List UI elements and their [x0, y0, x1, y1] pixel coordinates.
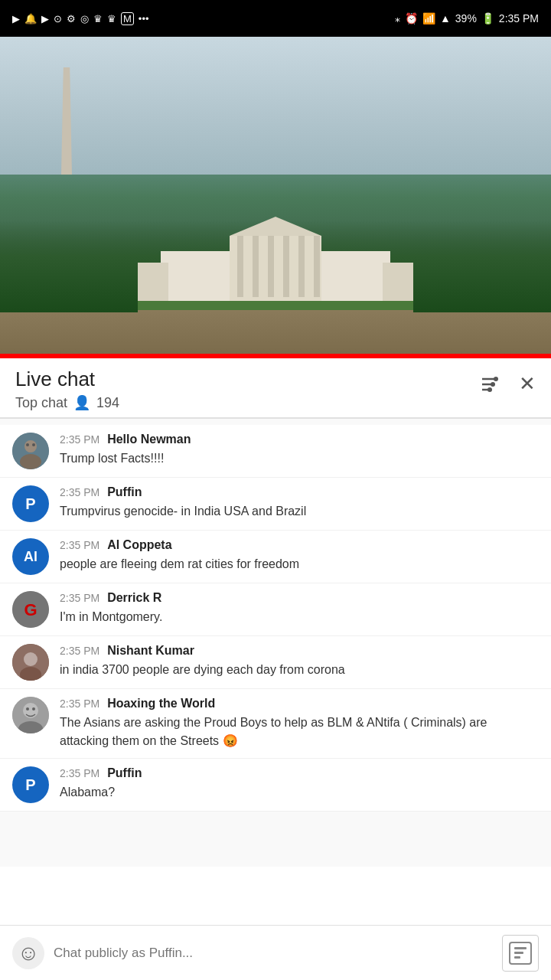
- al-avatar-letter: Al: [24, 549, 37, 565]
- viewer-count: 194: [96, 395, 119, 411]
- avatar: P: [12, 766, 49, 803]
- svg-rect-6: [283, 236, 289, 297]
- alarm-icon: ⏰: [405, 12, 418, 24]
- notification-icon: 🔔: [24, 13, 37, 24]
- chat-title: Live chat: [15, 368, 119, 391]
- chat-subtitle: Top chat 👤 194: [15, 394, 119, 411]
- youtube-icon: ▶: [12, 13, 20, 24]
- message-username: Derrick R: [107, 591, 161, 605]
- svg-rect-36: [514, 952, 523, 954]
- table-row: G 2:35 PM Derrick R I'm in Montgomery.: [0, 583, 551, 636]
- signal-icon: ▲: [440, 12, 451, 24]
- youtube2-icon: ▶: [41, 13, 49, 24]
- status-left: ▶ 🔔 ▶ ⊙ ⚙ ◎ ♛ ♛ M •••: [12, 12, 149, 25]
- table-row: 2:35 PM Hoaxing the World The Asians are…: [0, 689, 551, 759]
- message-username: Hello Newman: [107, 433, 191, 446]
- status-right: ⁎ ⏰ 📶 ▲ 39% 🔋 2:35 PM: [395, 12, 539, 24]
- svg-rect-12: [138, 301, 413, 310]
- close-button[interactable]: ✕: [519, 372, 536, 396]
- send-button[interactable]: [502, 935, 539, 972]
- table-row: 2:35 PM Nishant Kumar in india 3700 peop…: [0, 636, 551, 689]
- message-username: Nishant Kumar: [107, 644, 194, 658]
- message-content: 2:35 PM Hello Newman Trump lost Facts!!!…: [60, 433, 539, 468]
- puffin-avatar-letter: P: [25, 495, 35, 513]
- svg-point-17: [491, 382, 495, 387]
- message-username: Puffin: [107, 766, 142, 780]
- message-content: 2:35 PM Nishant Kumar in india 3700 peop…: [60, 644, 539, 679]
- message-meta: 2:35 PM Derrick R: [60, 591, 539, 605]
- app-icon1: ⚙: [67, 13, 76, 24]
- svg-point-32: [26, 707, 29, 710]
- avatar: [12, 433, 49, 469]
- svg-point-27: [24, 652, 37, 666]
- table-row: Al 2:35 PM Al Coppeta people are fleeing…: [0, 531, 551, 583]
- message-time: 2:35 PM: [60, 539, 99, 551]
- viewers-icon: 👤: [73, 394, 90, 411]
- message-content: 2:35 PM Puffin Trumpvirus genocide- in I…: [60, 485, 539, 521]
- filter-icon: [479, 374, 500, 395]
- filter-button[interactable]: [479, 374, 500, 395]
- dots-icon: •••: [139, 13, 149, 24]
- message-meta: 2:35 PM Nishant Kumar: [60, 644, 539, 658]
- app-icon2: ◎: [80, 13, 89, 24]
- message-content: 2:35 PM Puffin Alabama?: [60, 766, 539, 802]
- svg-marker-2: [230, 217, 321, 236]
- message-time: 2:35 PM: [60, 592, 99, 604]
- message-content: 2:35 PM Al Coppeta people are fleeing de…: [60, 538, 539, 573]
- svg-point-16: [494, 377, 498, 381]
- clock: 2:35 PM: [499, 12, 539, 24]
- svg-point-23: [32, 443, 35, 446]
- message-time: 2:35 PM: [60, 486, 99, 498]
- svg-point-21: [20, 454, 41, 469]
- message-time: 2:35 PM: [60, 697, 99, 710]
- battery-icon: 🔋: [481, 12, 494, 24]
- table-row: P 2:35 PM Puffin Alabama?: [0, 759, 551, 812]
- table-row: P 2:35 PM Puffin Trumpvirus genocide- in…: [0, 478, 551, 531]
- table-row: 2:35 PM Hello Newman Trump lost Facts!!!…: [0, 425, 551, 478]
- message-username: Al Coppeta: [107, 538, 171, 552]
- message-time: 2:35 PM: [60, 645, 99, 657]
- avatar: G: [12, 591, 49, 628]
- svg-rect-4: [253, 236, 259, 297]
- chat-input-bar: ☺: [0, 925, 551, 980]
- svg-rect-7: [298, 236, 305, 297]
- crown-icon1: ♛: [93, 13, 103, 24]
- message-meta: 2:35 PM Puffin: [60, 766, 539, 780]
- avatar: [12, 697, 49, 733]
- svg-point-20: [24, 440, 37, 452]
- message-meta: 2:35 PM Hoaxing the World: [60, 697, 539, 710]
- message-time: 2:35 PM: [60, 433, 99, 446]
- message-text: Trumpvirus genocide- in India USA and Br…: [60, 502, 539, 521]
- avatar: Al: [12, 538, 49, 575]
- video-player[interactable]: [0, 37, 551, 358]
- chat-input[interactable]: [54, 946, 493, 961]
- chat-header-actions: ✕: [479, 368, 536, 396]
- message-text: The Asians are asking the Proud Boys to …: [60, 714, 539, 750]
- wifi-icon: 📶: [422, 12, 435, 24]
- message-text: Trump lost Facts!!!!: [60, 449, 539, 468]
- message-text: in india 3700 people are dying each day …: [60, 661, 539, 679]
- hello-newman-avatar-icon: [12, 433, 49, 469]
- send-icon: [508, 941, 533, 965]
- emoji-button[interactable]: ☺: [12, 937, 44, 969]
- svg-rect-3: [237, 236, 243, 297]
- svg-rect-35: [514, 947, 527, 949]
- pokeball-icon: ⊙: [54, 13, 62, 24]
- svg-point-22: [26, 443, 29, 446]
- message-content: 2:35 PM Derrick R I'm in Montgomery.: [60, 591, 539, 626]
- emoji-icon: ☺: [18, 941, 40, 965]
- svg-point-33: [32, 707, 35, 710]
- crown-icon2: ♛: [107, 13, 116, 24]
- message-meta: 2:35 PM Puffin: [60, 485, 539, 499]
- avatar: P: [12, 485, 49, 522]
- m-icon: M: [121, 12, 134, 25]
- svg-rect-37: [514, 956, 520, 959]
- white-house-silhouette: [138, 213, 413, 312]
- status-bar: ▶ 🔔 ▶ ⊙ ⚙ ◎ ♛ ♛ M ••• ⁎ ⏰ 📶 ▲ 39% 🔋 2:35…: [0, 0, 551, 37]
- video-progress-bar[interactable]: [0, 354, 551, 358]
- svg-rect-5: [268, 236, 274, 297]
- bluetooth-icon: ⁎: [395, 12, 400, 24]
- nishant-avatar-icon: [12, 644, 49, 681]
- top-chat-label: Top chat: [15, 395, 67, 411]
- svg-rect-8: [314, 236, 320, 297]
